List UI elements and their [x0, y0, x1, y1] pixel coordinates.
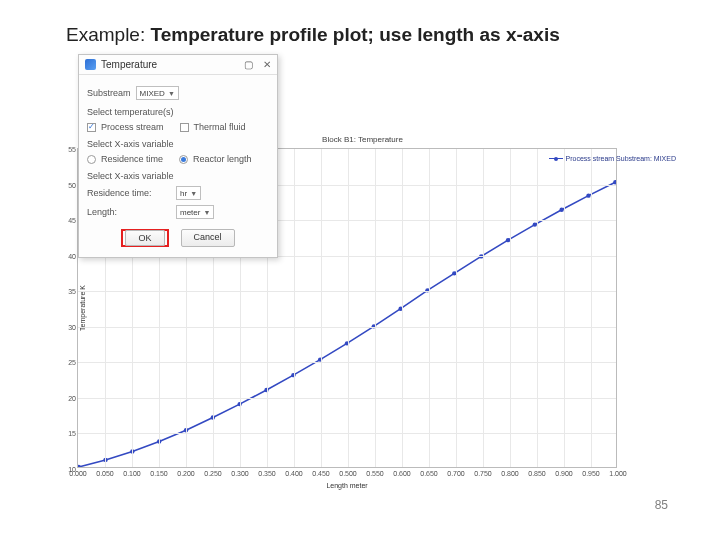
x-tick: 0.850: [528, 470, 546, 477]
substream-value: MIXED: [140, 89, 165, 98]
y-tick: 35: [62, 288, 76, 295]
x-tick: 0.450: [312, 470, 330, 477]
svg-point-0: [78, 465, 81, 467]
page-number: 85: [655, 498, 668, 512]
dialog-titlebar: Temperature ▢ ✕: [79, 55, 277, 75]
residence-time-radio-label: Residence time: [101, 154, 163, 164]
temperature-dialog: Temperature ▢ ✕ Substream MIXED ▼ Select…: [78, 54, 278, 258]
select-x-axis-header: Select X-axis variable: [87, 139, 269, 149]
y-tick: 55: [62, 146, 76, 153]
x-tick: 0.900: [555, 470, 573, 477]
reactor-length-radio-label: Reactor length: [193, 154, 252, 164]
dialog-title: Temperature: [101, 59, 157, 70]
length-unit-label: Length:: [87, 207, 171, 217]
y-tick: 45: [62, 217, 76, 224]
x-tick: 0.500: [339, 470, 357, 477]
x-tick: 0.800: [501, 470, 519, 477]
x-tick: 0.550: [366, 470, 384, 477]
residence-time-unit-value: hr: [180, 189, 187, 198]
x-tick: 0.350: [258, 470, 276, 477]
x-tick: 0.050: [96, 470, 114, 477]
substream-label: Substream: [87, 88, 131, 98]
chevron-down-icon: ▼: [168, 90, 175, 97]
slide-title-bold: Temperature profile plot; use length as …: [150, 24, 559, 45]
y-tick: 10: [62, 466, 76, 473]
close-icon[interactable]: ✕: [263, 59, 271, 70]
dialog-body: Substream MIXED ▼ Select temperature(s) …: [79, 75, 277, 257]
x-tick: 0.100: [123, 470, 141, 477]
ok-button[interactable]: OK: [125, 230, 164, 246]
x-tick: 0.200: [177, 470, 195, 477]
x-tick: 0.700: [447, 470, 465, 477]
y-tick: 40: [62, 252, 76, 259]
y-tick: 20: [62, 394, 76, 401]
svg-point-19: [586, 193, 590, 197]
residence-time-unit-label: Residence time:: [87, 188, 171, 198]
x-tick: 0.750: [474, 470, 492, 477]
x-tick: 0.300: [231, 470, 249, 477]
y-tick: 50: [62, 181, 76, 188]
x-tick: 0.650: [420, 470, 438, 477]
length-unit-value: meter: [180, 208, 200, 217]
chevron-down-icon: ▼: [190, 190, 197, 197]
process-stream-label: Process stream: [101, 122, 164, 132]
x-tick: 0.400: [285, 470, 303, 477]
residence-time-unit-select[interactable]: hr ▼: [176, 186, 201, 200]
substream-select[interactable]: MIXED ▼: [136, 86, 179, 100]
x-tick: 0.600: [393, 470, 411, 477]
thermal-fluid-label: Thermal fluid: [194, 122, 246, 132]
slide-title-prefix: Example:: [66, 24, 150, 45]
x-tick: 1.000: [609, 470, 627, 477]
select-temperatures-header: Select temperature(s): [87, 107, 269, 117]
y-tick: 30: [62, 323, 76, 330]
x-tick: 0.150: [150, 470, 168, 477]
x-tick: 0.250: [204, 470, 222, 477]
x-tick: 0.950: [582, 470, 600, 477]
thermal-fluid-checkbox[interactable]: [180, 123, 189, 132]
x-axis-label: Length meter: [326, 482, 367, 489]
y-tick: 15: [62, 430, 76, 437]
residence-time-radio[interactable]: [87, 155, 96, 164]
app-icon: [85, 59, 96, 70]
length-unit-select[interactable]: meter ▼: [176, 205, 214, 219]
y-tick: 25: [62, 359, 76, 366]
reactor-length-radio[interactable]: [179, 155, 188, 164]
chevron-down-icon: ▼: [203, 209, 210, 216]
process-stream-checkbox[interactable]: ✓: [87, 123, 96, 132]
ok-button-highlight: OK: [121, 229, 168, 247]
minimize-icon[interactable]: ▢: [244, 59, 253, 70]
select-x-variable-header: Select X-axis variable: [87, 171, 269, 181]
cancel-button[interactable]: Cancel: [181, 229, 235, 247]
slide-title: Example: Temperature profile plot; use l…: [66, 24, 560, 46]
